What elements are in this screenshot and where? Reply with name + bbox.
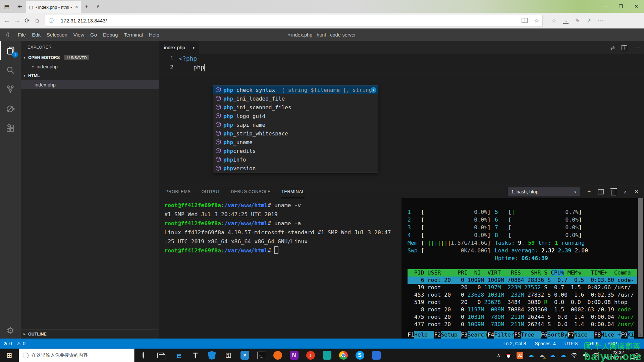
menu-debug[interactable]: Debug — [100, 32, 121, 38]
fkey-label[interactable]: Setup — [441, 331, 461, 339]
panel-tab-problems[interactable]: PROBLEMS — [165, 185, 191, 198]
tab-close-icon[interactable]: ✕ — [75, 5, 78, 9]
taskbar-app-lock-app[interactable]: ⚿ — [220, 349, 236, 362]
fkey-label[interactable]: Help — [414, 331, 434, 339]
minimize-button[interactable]: — — [598, 0, 613, 13]
activity-debug-button[interactable] — [0, 99, 21, 119]
refresh-icon[interactable]: ⟳ — [22, 17, 32, 24]
problems-status[interactable]: ⊘ 0 ⚠ 0 — [0, 341, 25, 346]
split-terminal-icon[interactable] — [598, 189, 604, 194]
set-tabs-aside-icon[interactable]: ⇤ — [13, 3, 26, 10]
fkey-number[interactable]: F9 — [621, 331, 628, 339]
fkey-label[interactable]: Nice + — [601, 331, 621, 339]
forward-icon[interactable]: → — [12, 17, 22, 24]
taskbar-app-edge[interactable]: e — [171, 349, 187, 362]
menu-file[interactable]: File — [15, 32, 29, 38]
suggestion-item[interactable]: php_uname — [213, 138, 378, 146]
suggestion-item[interactable]: phpversion — [213, 164, 378, 173]
kill-terminal-icon[interactable] — [611, 190, 616, 195]
favorite-star-icon[interactable]: ☆ — [531, 17, 542, 24]
menu-edit[interactable]: Edit — [29, 32, 44, 38]
close-panel-icon[interactable]: ✕ — [634, 189, 639, 195]
suggestion-item[interactable]: php_ini_loaded_file — [213, 94, 378, 103]
cloud-sync-icon-2[interactable]: ☁ — [560, 352, 566, 359]
new-terminal-icon[interactable]: + — [587, 188, 591, 195]
wifi-icon[interactable] — [571, 352, 578, 359]
outline-section-header[interactable]: ▸ OUTLINE — [21, 329, 159, 339]
fkey-number[interactable]: F6 — [541, 331, 547, 339]
weather-badge[interactable]: 82 — [517, 352, 523, 359]
split-editor-icon[interactable] — [622, 45, 627, 50]
encoding[interactable]: UTF-8 — [565, 341, 578, 346]
url-text[interactable]: 172.31.212.13:8443/ — [61, 18, 518, 23]
address-bar[interactable]: ⓘ 172.31.212.13:8443/ ☆ — [45, 15, 543, 26]
taskbar-search-input[interactable]: 在这里输入你要搜索的内容 — [19, 349, 135, 362]
fkey-number[interactable]: F3 — [461, 331, 468, 339]
share-icon[interactable]: ↗ — [583, 17, 594, 24]
terminal-scrollbar[interactable]: ∨ — [638, 198, 643, 337]
htop-header-row[interactable]: PID USER PRI NI VIRT RES SHR S CPU% MEM%… — [408, 269, 637, 277]
terminal-htop[interactable]: 1[0.0%]2[0.0%]3[0.0%]4[0.0%]Mem[||||||||… — [401, 198, 644, 339]
fkey-number[interactable]: F1 — [408, 331, 414, 339]
indentation[interactable]: Spaces: 4 — [535, 341, 555, 346]
annotate-pen-icon[interactable]: ✎ — [572, 17, 583, 24]
taskbar-app-onenote[interactable]: N — [286, 349, 302, 362]
taskbar-app-music-app[interactable]: ♪ — [302, 349, 319, 362]
taskbar-app-teal-app[interactable] — [319, 349, 335, 362]
activity-source-control-button[interactable] — [0, 80, 21, 99]
more-actions-icon[interactable]: ⋯ — [634, 45, 639, 51]
downloads-icon[interactable]: ↓ — [563, 17, 569, 24]
reading-view-icon[interactable] — [522, 18, 528, 23]
panel-tab-terminal[interactable]: TERMINAL — [281, 185, 305, 198]
taskbar-app-skype[interactable]: S — [352, 349, 368, 362]
fkey-label[interactable]: Nice - — [574, 331, 594, 339]
back-icon[interactable]: ← — [2, 17, 12, 24]
taskbar-app-terminal-cmd[interactable]: >_ — [253, 349, 269, 362]
page-info-icon[interactable]: ⓘ — [45, 17, 57, 24]
new-tab-button[interactable]: + — [81, 3, 92, 10]
process-row[interactable]: 8 root 20 0 1197M 009M 70884 283360 1.5 … — [408, 306, 637, 313]
fkey-number[interactable]: F5 — [514, 331, 521, 339]
info-icon[interactable]: i — [371, 87, 376, 93]
maximize-panel-icon[interactable]: ∧ — [624, 189, 627, 194]
cloud-sync-icon[interactable]: ☁ — [549, 352, 555, 359]
activity-extensions-button[interactable] — [0, 119, 21, 138]
panel-tab-output[interactable]: OUTPUT — [201, 185, 220, 198]
fkey-label[interactable]: SortBy — [547, 331, 568, 339]
code-editor[interactable]: 1<?php2 php php_check_syntax ( string $f… — [159, 54, 644, 185]
taskbar-app-blue-app[interactable] — [368, 349, 384, 362]
menu-go[interactable]: Go — [87, 32, 100, 38]
suggestion-item[interactable]: phpinfo — [213, 155, 378, 164]
menu-help[interactable]: Help — [146, 32, 162, 38]
fkey-label[interactable]: Search — [468, 331, 488, 339]
show-desktop-button[interactable] — [642, 349, 644, 362]
fkey-number[interactable]: F7 — [568, 331, 574, 339]
process-row[interactable]: 19 root 20 0 1197M 223M 27552 S 0.7 1.5 … — [408, 284, 637, 291]
panel-tab-debug-console[interactable]: DEBUG CONSOLE — [231, 185, 271, 198]
taskbar-app-defender-shield[interactable] — [204, 349, 220, 362]
hub-icon[interactable]: ☆ — [548, 17, 560, 24]
suggestion-item[interactable]: php_check_syntax ( string $filename [, s… — [213, 85, 378, 94]
code-line[interactable]: 2 php — [159, 63, 644, 72]
code-line[interactable]: 1<?php — [159, 54, 644, 63]
fkey-number[interactable]: F4 — [487, 331, 494, 339]
tabs-set-aside-icon[interactable]: ▤ — [0, 3, 13, 10]
taskbar-app-chrome[interactable] — [335, 349, 352, 362]
scroll-down-icon[interactable]: ∨ — [638, 332, 643, 337]
taskbar-app-firefox[interactable] — [269, 349, 286, 362]
activity-search-button[interactable] — [0, 60, 21, 80]
task-view-button[interactable] — [152, 353, 169, 358]
open-changes-icon[interactable]: ⇄ — [610, 45, 615, 51]
taskbar-app-app-t[interactable]: T — [187, 349, 204, 362]
cursor-position[interactable]: Ln 2, Col 8 — [503, 341, 526, 346]
fkey-number[interactable]: F8 — [594, 331, 601, 339]
suggestion-item[interactable]: php_sapi_name — [213, 120, 378, 129]
suggestion-item[interactable]: phpcredits — [213, 146, 378, 155]
menu-selection[interactable]: Selection — [44, 32, 70, 38]
terminal-bash[interactable]: root@ff412fe69f8a:/var/www/html# uname -… — [159, 198, 401, 339]
settings-gear-icon[interactable]: ⚙ — [0, 325, 21, 336]
fkey-label[interactable]: Filter — [494, 331, 514, 339]
start-button[interactable]: ⊞ — [0, 351, 19, 359]
editor-tab-indexphp[interactable]: index.php ● — [159, 41, 199, 54]
process-row[interactable]: 6 root 20 0 1009M 1009M 70884 28336 S 0.… — [408, 277, 637, 284]
